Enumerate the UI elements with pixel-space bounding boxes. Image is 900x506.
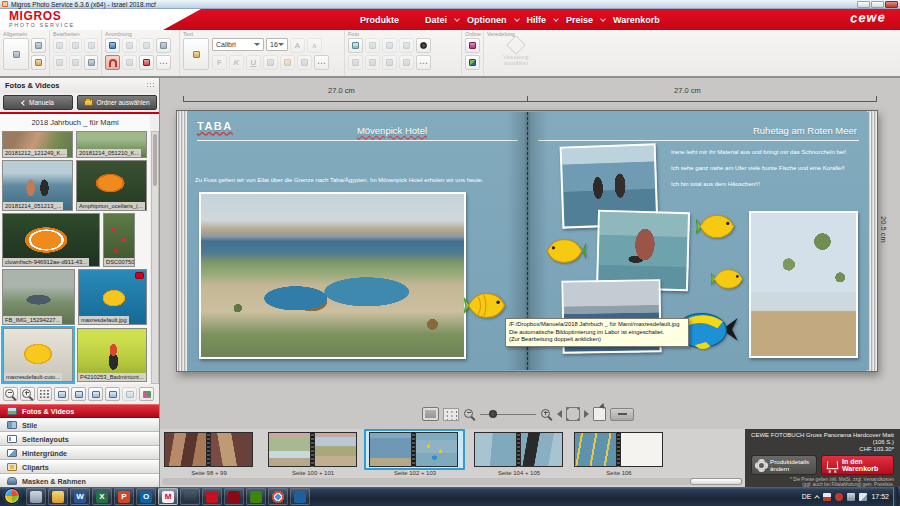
photo-clone-icon[interactable] [365,55,380,70]
taskbar-icon-app-1[interactable] [180,488,200,505]
next-spread-button[interactable] [584,406,589,422]
font-family-select[interactable]: Calibri [212,38,264,51]
right-page-title[interactable]: Ruhetag am Roten Meer [753,125,857,136]
taskbar-icon-outlook[interactable]: O [136,488,156,505]
photo-rotate-icon[interactable] [382,38,397,53]
font-larger-button[interactable]: A [290,38,305,53]
strip-scrollbar-thumb[interactable] [690,478,742,485]
copy-icon[interactable] [69,55,83,70]
rotate-left-icon[interactable] [122,38,137,53]
fit-to-window-button[interactable] [566,406,580,422]
group-icon[interactable] [122,55,137,70]
filter-sd-button[interactable] [71,387,86,401]
menu-datei[interactable]: Datei [425,15,447,25]
rotate-right-icon[interactable] [139,38,154,53]
zoom-slider[interactable] [480,407,536,421]
sidebar-item-fotos-videos[interactable]: Fotos & Videos [0,404,159,418]
yellow-fish-clipart[interactable] [464,289,508,322]
online-share-icon[interactable] [465,55,480,70]
bring-forward-icon[interactable] [156,38,171,53]
palm-beach-photo[interactable] [749,211,858,358]
taskbar-icon-word[interactable]: W [70,488,90,505]
photo-undo-icon[interactable] [382,55,397,70]
settings-icon[interactable] [31,55,46,70]
choose-folder-button[interactable]: Ordner auswählen [77,95,157,110]
print-photo-button[interactable] [139,387,154,401]
back-folder-button[interactable]: Manuela [3,95,73,110]
save-icon[interactable] [31,38,46,53]
clear-format-button[interactable] [297,55,312,70]
left-page-title[interactable]: Mövenpick Hotel [267,125,517,136]
sidebar-item-stile[interactable]: Stile [0,418,159,432]
send-backward-icon[interactable] [139,55,154,70]
foto-more-icon[interactable] [416,55,431,70]
photo-thumbnail[interactable]: Amphiprion_ocellaris_(... [76,160,147,211]
yellow-fish-clipart[interactable] [711,266,745,292]
anordnung-more-icon[interactable] [156,55,171,70]
taba-logo-text[interactable]: TABA [197,120,233,132]
editor-canvas[interactable]: 27.0 cm 27.0 cm 20.5 cm TABA Mövenpick H… [160,78,900,429]
taskbar-icon-app-3[interactable] [224,488,244,505]
photo-optimize-icon[interactable] [348,38,363,53]
yellow-fish-clipart[interactable] [544,235,586,267]
bold-button[interactable]: F [212,55,227,70]
strip-scrollbar[interactable] [162,478,743,485]
font-smaller-button[interactable]: A [307,38,322,53]
zoom-out-button[interactable] [463,406,476,422]
photo-edit-icon[interactable] [348,55,363,70]
online-upload-icon[interactable] [465,38,480,53]
volume-icon[interactable] [859,493,867,501]
taskbar-icon-app-4[interactable] [246,488,266,505]
snap-magnet-icon[interactable] [105,55,120,70]
menu-optionen[interactable]: Optionen [467,15,507,25]
language-indicator[interactable]: DE [802,493,812,500]
clock[interactable]: 17:52 [871,493,889,500]
zoom-in-thumbs-button[interactable] [20,387,35,401]
slider-knob[interactable] [489,410,497,418]
taskbar-icon-app-2[interactable] [202,488,222,505]
photo-copy-icon[interactable] [365,38,380,53]
zoom-in-button[interactable] [540,406,553,422]
network-icon[interactable] [847,493,855,501]
photo-thumbnail[interactable]: 20181214_051210_K... [76,131,147,158]
sidebar-item-seitenlayouts[interactable]: Seitenlayouts [0,432,159,446]
filter-used-button[interactable] [105,387,120,401]
photo-thumbnail[interactable]: DSC00750-... [103,213,135,267]
taskbar-icon-chrome[interactable] [268,488,288,505]
font-color-button[interactable] [263,55,278,70]
align-info-icon[interactable] [105,38,120,53]
rotate-view-button[interactable] [593,406,606,422]
menu-preise[interactable]: Preise [566,15,593,25]
spread-thumbnail-106[interactable] [574,432,663,467]
minimize-button[interactable] [857,1,870,8]
photo-thumbnail[interactable]: FB_IMG_15294227... [2,269,75,325]
taskbar-icon-migros-active[interactable]: M [158,488,178,505]
sidebar-item-hintergruende[interactable]: Hintergründe [0,446,159,460]
undo-icon[interactable] [53,38,67,53]
menu-produkte[interactable]: Produkte [360,15,399,25]
sidebar-item-masken-rahmen[interactable]: Masken & Rahmen [0,474,159,488]
filter-hd-button[interactable] [88,387,103,401]
menu-warenkorb[interactable]: Warenkorb [613,15,660,25]
copy-photo-button[interactable] [122,387,137,401]
italic-button[interactable]: K [229,55,244,70]
font-size-select[interactable]: 16 [266,38,288,51]
panel-grip[interactable] [146,82,156,88]
notification-icon[interactable] [835,493,843,501]
photo-crop-icon[interactable] [399,38,414,53]
cut-icon[interactable] [53,55,67,70]
spread-thumbnail-104-105[interactable] [474,432,563,467]
photo-thumbnail[interactable]: P4210253_Badmintont... [77,328,147,382]
add-to-cart-button[interactable]: In denWarenkorb [821,455,894,475]
left-page-body-text[interactable]: Zu Fuss gehen wir von Eilat über die Gre… [195,176,520,184]
new-project-icon[interactable] [3,38,29,70]
maximize-button[interactable] [871,1,884,8]
pool-photo[interactable] [199,192,466,359]
text-more-icon[interactable] [314,55,329,70]
spread-thumbnail-102-103-selected[interactable] [369,432,458,467]
menu-hilfe[interactable]: Hilfe [527,15,547,25]
veredelung-button[interactable]: Veredelung auswählen [487,38,545,66]
close-button[interactable] [885,1,898,8]
start-button[interactable] [4,488,20,504]
collapse-strip-button[interactable] [610,408,634,421]
